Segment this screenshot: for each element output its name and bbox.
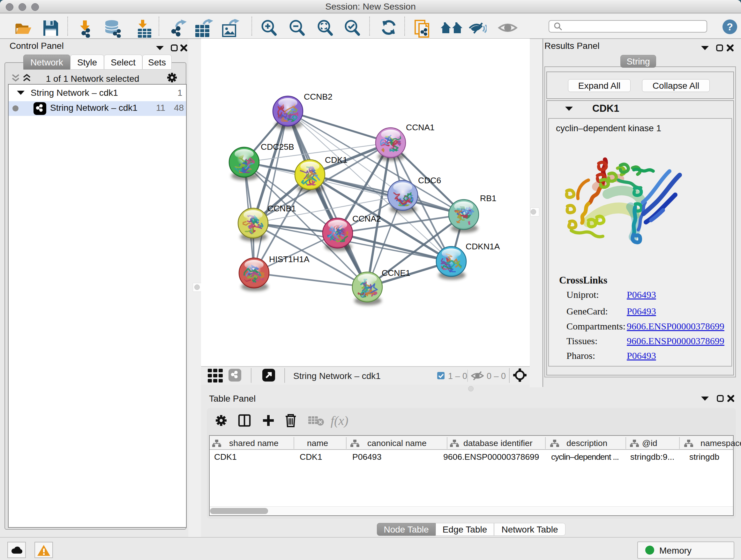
svg-text:CCNB1: CCNB1: [267, 204, 296, 213]
svg-text:CDKN1A: CDKN1A: [466, 242, 500, 251]
svg-text:CCNB2: CCNB2: [304, 92, 333, 102]
svg-text:CCNA2: CCNA2: [352, 214, 381, 224]
svg-text:HIST1H1A: HIST1H1A: [269, 254, 310, 264]
svg-text:CDC6: CDC6: [418, 176, 441, 185]
svg-text:CCNE1: CCNE1: [382, 268, 410, 278]
svg-text:CDC25B: CDC25B: [261, 142, 294, 152]
svg-text:CCNA1: CCNA1: [406, 123, 434, 132]
svg-text:CDK1: CDK1: [325, 155, 347, 165]
svg-text:RB1: RB1: [480, 193, 496, 203]
